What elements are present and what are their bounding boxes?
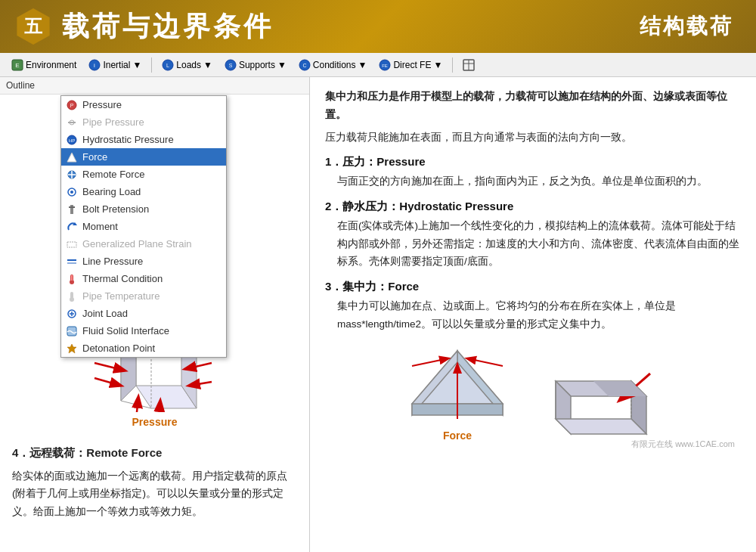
menu-item-detonation[interactable]: Detonation Point <box>61 340 226 357</box>
menu-item-bearing-load[interactable]: Bearing Load <box>61 183 226 200</box>
menu-item-bolt-pretension[interactable]: Bolt Pretension <box>61 200 226 218</box>
pressure-caption: Pressure <box>132 416 178 428</box>
right-panel: 集中力和压力是作用于模型上的载荷，力载荷可以施加在结构的外面、边缘或表面等位置。… <box>310 77 756 552</box>
force-shape-1: Force <box>397 343 518 442</box>
left-section-body: 给实体的面或边施加一个远离的载荷。用户指定载荷的原点(附着于几何上或用坐标指定)… <box>12 467 297 521</box>
svg-point-37 <box>70 297 74 302</box>
svg-text:FE: FE <box>383 64 389 68</box>
force-illustration-2 <box>533 358 669 442</box>
loads-icon: L <box>162 59 174 71</box>
svg-line-50 <box>94 363 125 371</box>
intro-normal: 压力载荷只能施加在表面，而且方向通常与表面的法向方向一致。 <box>325 129 741 147</box>
environment-icon: E <box>11 59 23 71</box>
svg-line-51 <box>94 378 121 386</box>
fluid-solid-menu-icon <box>66 325 78 337</box>
sep2 <box>452 57 453 73</box>
menu-item-hydrostatic[interactable]: HP Hydrostatic Pressure <box>61 131 226 148</box>
conditions-icon: C <box>299 59 311 71</box>
left-section-title: 4．远程载荷：Remote Force <box>12 443 297 463</box>
svg-rect-27 <box>70 205 73 214</box>
right-intro: 集中力和压力是作用于模型上的载荷，力载荷可以施加在结构的外面、边缘或表面等位置。… <box>325 88 741 146</box>
direct-fe-btn[interactable]: FE Direct FE ▼ <box>373 57 448 73</box>
svg-marker-21 <box>67 153 76 162</box>
section-1-body: 与面正交的方向施加在面上，指向面内为正，反之为负。单位是单位面积的力。 <box>337 172 741 191</box>
main-content: Outline P Pressure Pipe Pressure HP <box>0 77 756 552</box>
svg-marker-68 <box>556 419 646 434</box>
force-illustration-1 <box>397 343 518 426</box>
svg-text:C: C <box>302 63 306 68</box>
menu-item-pressure[interactable]: P Pressure <box>61 96 226 113</box>
section-1-title: 1．压力：Pressure <box>325 155 741 169</box>
menu-item-remote-force[interactable]: Remote Force <box>61 166 226 183</box>
table-icon <box>463 59 475 71</box>
svg-text:E: E <box>15 62 19 69</box>
menu-item-pipe-pressure: Pipe Pressure <box>61 113 226 131</box>
inertial-btn[interactable]: i Inertial ▼ <box>83 57 147 73</box>
detonation-menu-icon <box>66 343 78 355</box>
svg-rect-30 <box>67 242 76 247</box>
gen-plane-strain-menu-icon <box>66 238 78 250</box>
thermal-condition-menu-icon <box>66 273 78 285</box>
svg-text:HP: HP <box>69 138 75 143</box>
svg-text:P: P <box>70 103 74 108</box>
svg-point-26 <box>70 191 73 194</box>
line-pressure-menu-icon <box>66 256 78 268</box>
svg-rect-35 <box>71 275 73 281</box>
page-title: 载荷与边界条件 <box>62 8 274 45</box>
svg-marker-42 <box>67 344 76 353</box>
conditions-btn[interactable]: C Conditions ▼ <box>293 57 373 73</box>
section-number: 五 <box>15 8 51 45</box>
loads-btn[interactable]: L Loads ▼ <box>156 57 218 73</box>
environment-btn[interactable]: E Environment <box>6 57 82 73</box>
svg-line-62 <box>412 358 448 366</box>
menu-item-line-pressure[interactable]: Line Pressure <box>61 253 226 270</box>
menu-item-moment[interactable]: Moment <box>61 218 226 235</box>
outline-label: Outline <box>0 77 309 95</box>
section-3-body: 集中力可以施加在点、边或面上。它将均匀的分布在所在实体上，单位是mass*len… <box>337 297 741 333</box>
watermark: 有限元在线 www.1CAE.com <box>319 439 735 450</box>
bottom-illustrations: Force <box>325 343 741 442</box>
toolbar: E Environment i Inertial ▼ L Loads ▼ S S… <box>0 53 756 77</box>
pressure-menu-icon: P <box>66 99 78 111</box>
supports-btn[interactable]: S Supports ▼ <box>219 57 292 73</box>
remote-force-menu-icon <box>66 169 78 181</box>
menu-item-pipe-temperature: Pipe Temperature <box>61 287 226 305</box>
svg-rect-28 <box>69 206 75 208</box>
menu-item-gen-plane-strain: Generalized Plane Strain <box>61 235 226 253</box>
joint-load-menu-icon <box>66 308 78 320</box>
svg-text:L: L <box>166 63 169 68</box>
svg-line-63 <box>467 358 503 366</box>
hydrostatic-menu-icon: HP <box>66 134 78 146</box>
section-3-title: 3．集中力：Force <box>325 280 741 294</box>
menu-item-thermal-condition[interactable]: Thermal Condition <box>61 270 226 287</box>
extra-btn[interactable] <box>457 57 480 73</box>
pipe-temperature-menu-icon <box>66 290 78 302</box>
svg-text:i: i <box>94 62 95 69</box>
sep1 <box>151 57 152 73</box>
page-subtitle: 结构载荷 <box>640 12 733 41</box>
section-2-body: 在面(实体或壳体)上施加一个线性变化的力，模拟结构上的流体载荷。流体可能处于结构… <box>337 217 741 271</box>
svg-text:S: S <box>229 63 233 68</box>
direct-fe-icon: FE <box>379 59 391 71</box>
bolt-pretension-menu-icon <box>66 203 78 216</box>
force-menu-icon <box>66 151 78 163</box>
menu-item-fluid-solid[interactable]: Fluid Solid Interface <box>61 322 226 340</box>
menu-item-force[interactable]: Force <box>61 148 226 166</box>
inertial-icon: i <box>88 59 101 71</box>
loads-dropdown: P Pressure Pipe Pressure HP Hydrostatic … <box>60 95 227 358</box>
page-header: 五 载荷与边界条件 结构载荷 <box>0 0 756 53</box>
menu-item-joint-load[interactable]: Joint Load <box>61 305 226 322</box>
pipe-pressure-menu-icon <box>66 116 78 129</box>
supports-icon: S <box>225 59 237 71</box>
intro-bold: 集中力和压力是作用于模型上的载荷，力载荷可以施加在结构的外面、边缘或表面等位置。 <box>325 88 741 124</box>
force-shape-2 <box>533 358 669 442</box>
section-2-title: 2．静水压力：Hydrostatic Pressure <box>325 200 741 214</box>
bearing-load-menu-icon <box>66 186 78 198</box>
left-panel: Outline P Pressure Pipe Pressure HP <box>0 77 310 552</box>
moment-menu-icon <box>66 221 78 233</box>
left-description: 4．远程载荷：Remote Force 给实体的面或边施加一个远离的载荷。用户指… <box>0 436 309 528</box>
